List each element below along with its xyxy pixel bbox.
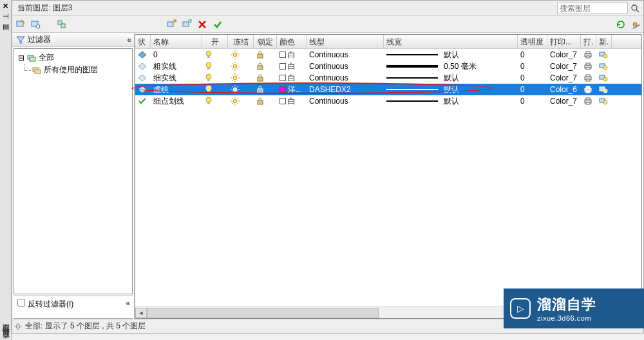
layer-states-icon[interactable] bbox=[56, 19, 68, 30]
invert-filter-checkbox[interactable] bbox=[17, 299, 25, 307]
plot-toggle[interactable] bbox=[581, 62, 596, 70]
freeze-toggle[interactable] bbox=[228, 50, 254, 59]
settings-gear-icon[interactable] bbox=[14, 322, 23, 331]
plot-toggle[interactable] bbox=[581, 86, 596, 93]
col-transparency[interactable]: 透明度 bbox=[518, 35, 547, 48]
transparency-cell[interactable]: 0 bbox=[518, 85, 547, 94]
plotstyle-cell[interactable]: Color_6 bbox=[547, 85, 581, 94]
plotstyle-cell[interactable]: Color_7 bbox=[547, 73, 581, 82]
lock-toggle[interactable] bbox=[254, 97, 277, 106]
plot-toggle[interactable] bbox=[581, 74, 596, 82]
color-cell[interactable]: 洋... bbox=[277, 84, 307, 95]
linetype-cell[interactable]: DASHEDX2 bbox=[307, 85, 384, 94]
col-freeze[interactable]: 冻结 bbox=[228, 35, 254, 48]
linetype-cell[interactable]: Continuous bbox=[307, 62, 384, 71]
new-layer-star-icon[interactable]: ★ bbox=[166, 19, 177, 30]
freeze-toggle[interactable] bbox=[228, 97, 254, 106]
layer-name[interactable]: 0 bbox=[151, 50, 202, 59]
col-on[interactable]: 开 bbox=[202, 35, 228, 48]
svg-line-92 bbox=[232, 98, 233, 99]
layer-name[interactable]: 虚线 bbox=[151, 84, 202, 95]
newvp-toggle[interactable] bbox=[596, 51, 612, 59]
lineweight-cell[interactable]: 默认 bbox=[384, 50, 518, 61]
col-linetype[interactable]: 线型 bbox=[307, 35, 384, 48]
tree-root[interactable]: ⊟ 全部 bbox=[18, 52, 128, 64]
color-cell[interactable]: 白 bbox=[277, 50, 307, 61]
on-toggle[interactable] bbox=[202, 62, 228, 71]
plot-toggle[interactable] bbox=[581, 51, 596, 59]
transparency-cell[interactable]: 0 bbox=[518, 97, 547, 106]
on-toggle[interactable] bbox=[202, 97, 228, 106]
refresh-icon[interactable] bbox=[615, 19, 627, 30]
svg-line-61 bbox=[238, 75, 239, 76]
col-name[interactable]: 名称 bbox=[151, 35, 202, 48]
lineweight-cell[interactable]: 默认 bbox=[384, 73, 518, 84]
newvp-toggle[interactable] bbox=[596, 97, 612, 105]
svg-point-87 bbox=[233, 99, 237, 103]
scroll-left-icon[interactable]: ◄ bbox=[135, 308, 147, 318]
layer-name[interactable]: 粗实线 bbox=[151, 61, 202, 72]
svg-line-43 bbox=[232, 69, 233, 70]
table-row[interactable]: 虚线洋...DASHEDX2默认0Color_6 bbox=[135, 84, 641, 95]
table-row[interactable]: 0白Continuous默认0Color_7 bbox=[135, 49, 641, 61]
delete-layer-icon[interactable] bbox=[196, 19, 208, 30]
col-lock[interactable]: 锁定 bbox=[254, 35, 277, 48]
table-row[interactable]: 粗实线白Continuous0.50 毫米0Color_7 bbox=[135, 61, 641, 72]
lineweight-cell[interactable]: 默认 bbox=[384, 96, 518, 107]
plotstyle-cell[interactable]: Color_7 bbox=[547, 50, 581, 59]
linetype-cell[interactable]: Continuous bbox=[307, 97, 384, 106]
on-toggle[interactable] bbox=[202, 73, 228, 82]
col-plot[interactable]: 打. bbox=[581, 35, 596, 48]
linetype-cell[interactable]: Continuous bbox=[307, 50, 384, 59]
svg-line-60 bbox=[232, 80, 233, 82]
collapse-filter-icon[interactable]: « bbox=[127, 35, 130, 44]
settings-icon[interactable] bbox=[629, 19, 641, 30]
lineweight-cell[interactable]: 0.50 毫米 bbox=[384, 61, 518, 72]
table-row[interactable]: 细实线白Continuous默认0Color_7 bbox=[135, 72, 641, 84]
freeze-toggle[interactable] bbox=[228, 85, 254, 94]
freeze-toggle[interactable] bbox=[228, 73, 254, 82]
transparency-cell[interactable]: 0 bbox=[518, 73, 547, 82]
newvp-toggle[interactable] bbox=[596, 86, 612, 93]
new-layer-freeze-icon[interactable] bbox=[30, 19, 42, 30]
lock-toggle[interactable] bbox=[254, 62, 277, 71]
close-icon[interactable]: ✕ bbox=[0, 0, 11, 10]
col-status[interactable]: 状 bbox=[135, 35, 151, 48]
lock-toggle[interactable] bbox=[254, 50, 277, 59]
freeze-toggle[interactable] bbox=[228, 62, 254, 71]
search-input[interactable] bbox=[557, 3, 628, 14]
layer-name[interactable]: 细点划线 bbox=[151, 96, 202, 107]
transparency-cell[interactable]: 0 bbox=[518, 50, 547, 59]
col-lineweight[interactable]: 线宽 bbox=[384, 35, 518, 48]
color-cell[interactable]: 白 bbox=[277, 73, 307, 84]
menu-icon[interactable]: ▤ bbox=[0, 21, 11, 31]
transparency-cell[interactable]: 0 bbox=[518, 62, 547, 71]
plotstyle-cell[interactable]: Color_7 bbox=[547, 97, 581, 106]
on-toggle[interactable] bbox=[202, 85, 228, 94]
lock-toggle[interactable] bbox=[254, 73, 277, 82]
plotstyle-cell[interactable]: Color_7 bbox=[547, 62, 581, 71]
color-cell[interactable]: 白 bbox=[277, 61, 307, 72]
watermark: ▷ 溜溜自学 zixue.3d66.com bbox=[504, 288, 644, 328]
newvp-toggle[interactable] bbox=[596, 74, 612, 82]
plot-toggle[interactable] bbox=[581, 97, 596, 105]
new-layer-freeze2-icon[interactable]: ❄ bbox=[181, 19, 193, 30]
collapse-bottom-icon[interactable]: « bbox=[126, 299, 129, 308]
pin-icon[interactable]: ⊣ bbox=[0, 10, 11, 21]
scroll-thumb[interactable] bbox=[147, 308, 379, 318]
set-current-icon[interactable] bbox=[212, 19, 223, 30]
on-toggle[interactable] bbox=[202, 50, 228, 59]
table-row[interactable]: 细点划线白Continuous默认0Color_7 bbox=[135, 95, 641, 107]
search-icon[interactable] bbox=[629, 3, 641, 14]
tree-child[interactable]: 所有使用的图层 bbox=[18, 64, 128, 76]
col-new[interactable]: 新. bbox=[596, 35, 612, 48]
lock-toggle[interactable] bbox=[254, 85, 277, 94]
col-color[interactable]: 颜色 bbox=[277, 35, 307, 48]
color-cell[interactable]: 白 bbox=[277, 96, 307, 107]
linetype-cell[interactable]: Continuous bbox=[307, 73, 384, 82]
col-plotstyle[interactable]: 打印... bbox=[547, 35, 581, 48]
newvp-toggle[interactable] bbox=[596, 62, 612, 70]
lineweight-cell[interactable]: 默认 bbox=[384, 84, 518, 95]
new-layer-icon[interactable] bbox=[15, 19, 26, 30]
layer-name[interactable]: 细实线 bbox=[151, 73, 202, 84]
